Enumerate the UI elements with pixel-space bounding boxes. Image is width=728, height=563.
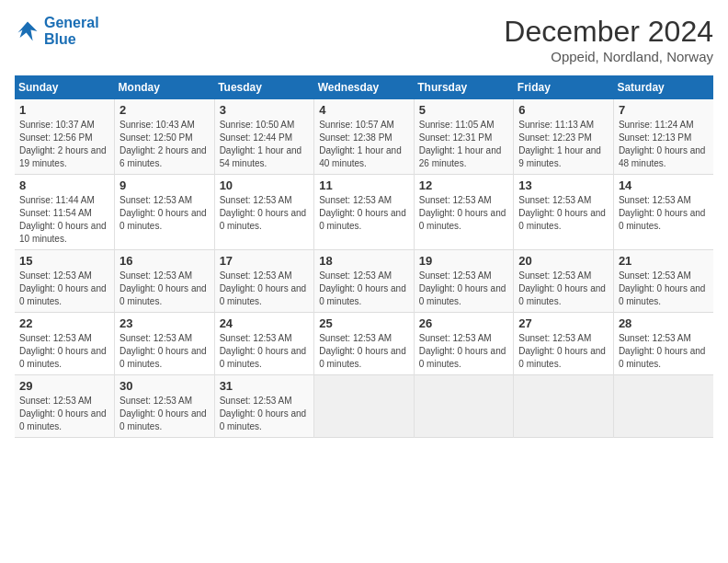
day-cell-13: 13Sunset: 12:53 AM Daylight: 0 hours and… <box>514 175 614 250</box>
day-cell-30: 30Sunset: 12:53 AM Daylight: 0 hours and… <box>115 375 215 438</box>
day-info: Sunset: 12:53 AM Daylight: 0 hours and 0… <box>619 194 709 233</box>
column-header-wednesday: Wednesday <box>314 75 415 99</box>
day-info: Sunset: 12:53 AM Daylight: 0 hours and 0… <box>220 332 310 371</box>
day-cell-24: 24Sunset: 12:53 AM Daylight: 0 hours and… <box>214 313 314 375</box>
day-number: 10 <box>220 178 310 192</box>
day-info: Sunset: 12:53 AM Daylight: 0 hours and 0… <box>518 194 609 233</box>
day-cell-12: 12Sunset: 12:53 AM Daylight: 0 hours and… <box>414 175 514 250</box>
day-cell-1: 1Sunrise: 10:37 AM Sunset: 12:56 PM Dayl… <box>15 99 115 175</box>
day-number: 18 <box>319 254 409 268</box>
day-number: 11 <box>319 178 409 192</box>
day-number: 14 <box>619 178 709 192</box>
column-header-thursday: Thursday <box>414 75 514 99</box>
day-info: Sunset: 12:53 AM Daylight: 0 hours and 0… <box>419 270 509 308</box>
day-cell-16: 16Sunset: 12:53 AM Daylight: 0 hours and… <box>115 250 215 313</box>
day-number: 16 <box>119 254 210 268</box>
day-number: 24 <box>220 316 310 330</box>
day-number: 17 <box>220 254 310 268</box>
logo-text: General Blue <box>44 15 99 47</box>
day-info: Sunset: 12:53 AM Daylight: 0 hours and 0… <box>119 270 210 308</box>
calendar-table: SundayMondayTuesdayWednesdayThursdayFrid… <box>15 75 713 438</box>
week-row-2: 8Sunrise: 11:44 AM Sunset: 11:54 AM Dayl… <box>15 175 713 250</box>
day-number: 6 <box>518 103 609 117</box>
empty-cell <box>414 375 514 438</box>
day-number: 29 <box>19 379 109 393</box>
day-number: 26 <box>419 316 509 330</box>
day-cell-3: 3Sunrise: 10:50 AM Sunset: 12:44 PM Dayl… <box>214 99 314 175</box>
day-info: Sunset: 12:53 AM Daylight: 0 hours and 0… <box>319 332 409 371</box>
day-number: 12 <box>419 178 509 192</box>
week-row-5: 29Sunset: 12:53 AM Daylight: 0 hours and… <box>15 375 713 438</box>
day-number: 15 <box>19 254 109 268</box>
calendar-header-row: SundayMondayTuesdayWednesdayThursdayFrid… <box>15 75 713 99</box>
day-cell-2: 2Sunrise: 10:43 AM Sunset: 12:50 PM Dayl… <box>115 99 215 175</box>
day-cell-28: 28Sunset: 12:53 AM Daylight: 0 hours and… <box>613 313 713 375</box>
day-info: Sunset: 12:53 AM Daylight: 0 hours and 0… <box>419 332 509 371</box>
day-cell-6: 6Sunrise: 11:13 AM Sunset: 12:23 PM Dayl… <box>514 99 614 175</box>
day-cell-26: 26Sunset: 12:53 AM Daylight: 0 hours and… <box>414 313 514 375</box>
header: General Blue December 2024 Oppeid, Nordl… <box>15 15 713 64</box>
day-number: 1 <box>19 103 109 117</box>
logo-bird-icon <box>15 18 40 44</box>
svg-marker-0 <box>18 21 38 40</box>
day-info: Sunrise: 11:24 AM Sunset: 12:13 PM Dayli… <box>619 119 709 170</box>
day-info: Sunset: 12:53 AM Daylight: 0 hours and 0… <box>319 194 409 233</box>
day-cell-21: 21Sunset: 12:53 AM Daylight: 0 hours and… <box>613 250 713 313</box>
day-number: 2 <box>119 103 210 117</box>
day-info: Sunrise: 10:57 AM Sunset: 12:38 PM Dayli… <box>319 119 409 170</box>
day-cell-23: 23Sunset: 12:53 AM Daylight: 0 hours and… <box>115 313 215 375</box>
day-cell-11: 11Sunset: 12:53 AM Daylight: 0 hours and… <box>314 175 415 250</box>
day-cell-14: 14Sunset: 12:53 AM Daylight: 0 hours and… <box>613 175 713 250</box>
day-number: 8 <box>19 178 109 192</box>
day-cell-15: 15Sunset: 12:53 AM Daylight: 0 hours and… <box>15 250 115 313</box>
empty-cell <box>514 375 614 438</box>
calendar-body: 1Sunrise: 10:37 AM Sunset: 12:56 PM Dayl… <box>15 99 713 438</box>
day-info: Sunset: 12:53 AM Daylight: 0 hours and 0… <box>419 194 509 233</box>
day-info: Sunset: 12:53 AM Daylight: 0 hours and 0… <box>19 395 109 433</box>
day-cell-29: 29Sunset: 12:53 AM Daylight: 0 hours and… <box>15 375 115 438</box>
day-cell-4: 4Sunrise: 10:57 AM Sunset: 12:38 PM Dayl… <box>314 99 415 175</box>
day-info: Sunset: 12:53 AM Daylight: 0 hours and 0… <box>619 270 709 308</box>
day-number: 22 <box>19 316 109 330</box>
day-info: Sunrise: 10:50 AM Sunset: 12:44 PM Dayli… <box>220 119 310 170</box>
day-cell-7: 7Sunrise: 11:24 AM Sunset: 12:13 PM Dayl… <box>613 99 713 175</box>
day-info: Sunset: 12:53 AM Daylight: 0 hours and 0… <box>220 395 310 433</box>
day-cell-27: 27Sunset: 12:53 AM Daylight: 0 hours and… <box>514 313 614 375</box>
day-cell-17: 17Sunset: 12:53 AM Daylight: 0 hours and… <box>214 250 314 313</box>
day-number: 30 <box>119 379 210 393</box>
day-cell-5: 5Sunrise: 11:05 AM Sunset: 12:31 PM Dayl… <box>414 99 514 175</box>
day-number: 13 <box>518 178 609 192</box>
day-cell-10: 10Sunset: 12:53 AM Daylight: 0 hours and… <box>214 175 314 250</box>
month-title: December 2024 <box>504 15 713 49</box>
day-info: Sunset: 12:53 AM Daylight: 0 hours and 0… <box>518 332 609 371</box>
column-header-monday: Monday <box>115 75 215 99</box>
title-area: December 2024 Oppeid, Nordland, Norway <box>504 15 713 64</box>
column-header-tuesday: Tuesday <box>214 75 314 99</box>
day-info: Sunrise: 11:13 AM Sunset: 12:23 PM Dayli… <box>518 119 609 170</box>
day-number: 31 <box>220 379 310 393</box>
week-row-3: 15Sunset: 12:53 AM Daylight: 0 hours and… <box>15 250 713 313</box>
day-number: 23 <box>119 316 210 330</box>
day-cell-18: 18Sunset: 12:53 AM Daylight: 0 hours and… <box>314 250 415 313</box>
day-info: Sunset: 12:53 AM Daylight: 0 hours and 0… <box>319 270 409 308</box>
day-info: Sunrise: 11:44 AM Sunset: 11:54 AM Dayli… <box>19 194 109 246</box>
logo: General Blue <box>15 15 99 47</box>
day-info: Sunset: 12:53 AM Daylight: 0 hours and 0… <box>220 270 310 308</box>
column-header-friday: Friday <box>514 75 614 99</box>
day-cell-20: 20Sunset: 12:53 AM Daylight: 0 hours and… <box>514 250 614 313</box>
day-number: 4 <box>319 103 409 117</box>
day-number: 21 <box>619 254 709 268</box>
day-info: Sunset: 12:53 AM Daylight: 0 hours and 0… <box>19 332 109 371</box>
day-cell-8: 8Sunrise: 11:44 AM Sunset: 11:54 AM Dayl… <box>15 175 115 250</box>
day-number: 19 <box>419 254 509 268</box>
day-number: 25 <box>319 316 409 330</box>
day-info: Sunrise: 10:37 AM Sunset: 12:56 PM Dayli… <box>19 119 109 170</box>
day-number: 20 <box>518 254 609 268</box>
day-info: Sunset: 12:53 AM Daylight: 0 hours and 0… <box>119 194 210 233</box>
day-info: Sunset: 12:53 AM Daylight: 0 hours and 0… <box>119 332 210 371</box>
day-cell-9: 9Sunset: 12:53 AM Daylight: 0 hours and … <box>115 175 215 250</box>
day-number: 5 <box>419 103 509 117</box>
day-number: 3 <box>220 103 310 117</box>
location-title: Oppeid, Nordland, Norway <box>504 49 713 64</box>
day-info: Sunset: 12:53 AM Daylight: 0 hours and 0… <box>518 270 609 308</box>
